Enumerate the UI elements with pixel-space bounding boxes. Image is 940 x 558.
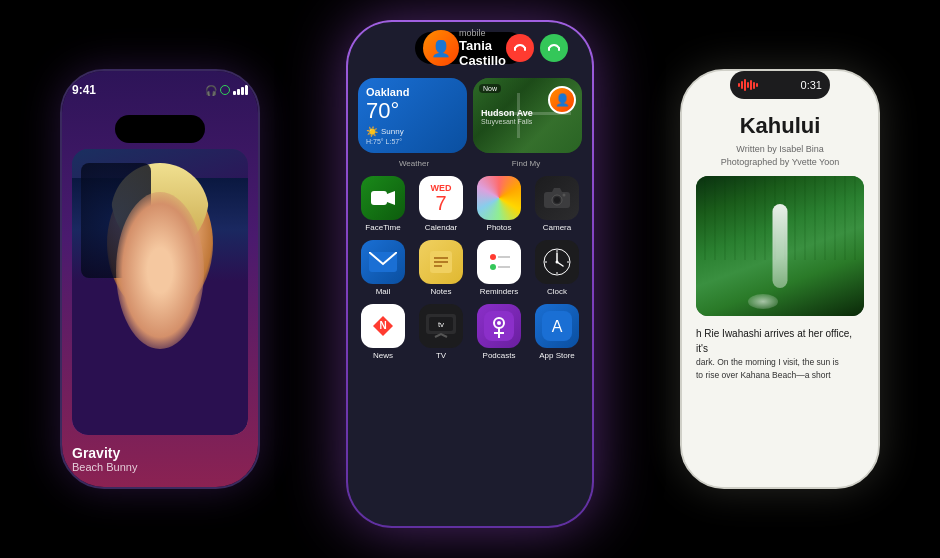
decline-icon: [514, 42, 526, 54]
reminders-svg: [484, 247, 514, 277]
appstore-svg: A: [542, 311, 572, 341]
news-app[interactable]: N News: [358, 304, 408, 360]
signal-bars: [233, 85, 248, 95]
cal-date-label: 7: [435, 193, 446, 213]
news-icon: N: [361, 304, 405, 348]
mail-icon: [361, 240, 405, 284]
svg-point-18: [490, 264, 496, 270]
call-info: mobile Tania Castillo: [459, 28, 506, 68]
music-artist: Beach Bunny: [72, 461, 248, 473]
appstore-app[interactable]: A App Store: [532, 304, 582, 360]
right-screen: 0:31 Kahului Written by Isabel Bina Phot…: [682, 71, 878, 487]
weather-condition: Sunny: [381, 127, 404, 136]
notes-svg: [428, 249, 454, 275]
tv-app[interactable]: tv TV: [416, 304, 466, 360]
facetime-app[interactable]: FaceTime: [358, 176, 408, 232]
caller-avatar: 👤: [423, 30, 459, 66]
svg-marker-7: [552, 188, 562, 192]
now-badge: Now: [479, 84, 501, 93]
svg-text:A: A: [552, 318, 563, 335]
camera-label: Camera: [543, 223, 571, 232]
location-sub: Stuyvesant Falls: [481, 118, 574, 125]
news-label: News: [373, 351, 393, 360]
notes-icon: [419, 240, 463, 284]
phones-container: 9:41 🎧: [0, 0, 940, 558]
weather-label: Weather: [358, 159, 470, 168]
right-timer: 0:31: [801, 79, 822, 91]
tv-svg: tv: [426, 314, 456, 338]
right-article: Kahului Written by Isabel Bina Photograp…: [682, 105, 878, 487]
weather-widget[interactable]: Oakland 70° ☀️ Sunny H:75° L:57°: [358, 78, 467, 153]
article-image: [696, 176, 864, 316]
accept-icon: [548, 42, 560, 54]
accept-call-button[interactable]: [540, 34, 568, 62]
article-text-highlight: h Rie Iwahashi arrives at her office, it…: [696, 326, 864, 356]
notes-label: Notes: [431, 287, 452, 296]
photos-app[interactable]: Photos: [474, 176, 524, 232]
photos-icon: [477, 176, 521, 220]
center-screen: 👤 mobile Tania Castillo: [348, 22, 592, 526]
reminders-label: Reminders: [480, 287, 519, 296]
left-screen: 9:41 🎧: [62, 71, 258, 487]
mail-label: Mail: [376, 287, 391, 296]
written-by: Written by Isabel Bina: [696, 143, 864, 156]
clock-app[interactable]: Clock: [532, 240, 582, 296]
facetime-icon: [361, 176, 405, 220]
call-type: mobile: [459, 28, 506, 38]
sun-icon: ☀️: [366, 126, 378, 137]
svg-rect-4: [371, 191, 387, 205]
podcasts-icon: [477, 304, 521, 348]
svg-point-36: [497, 321, 501, 325]
mail-app[interactable]: Mail: [358, 240, 408, 296]
weather-city: Oakland: [366, 86, 459, 98]
left-status-bar: 9:41 🎧: [72, 83, 248, 97]
airpods-icon: 🎧: [205, 85, 217, 96]
music-title: Gravity: [72, 445, 248, 461]
appstore-icon: A: [535, 304, 579, 348]
photos-label: Photos: [487, 223, 512, 232]
center-dynamic-island[interactable]: 👤 mobile Tania Castillo: [415, 32, 525, 64]
svg-point-24: [556, 261, 559, 264]
album-figure: [72, 149, 248, 435]
camera-svg: [544, 188, 570, 208]
svg-text:tv: tv: [438, 320, 444, 329]
widget-labels: Weather Find My: [348, 159, 592, 172]
photographed-by: Photographed by Yvette Yoon: [696, 156, 864, 169]
podcasts-app[interactable]: Podcasts: [474, 304, 524, 360]
podcasts-label: Podcasts: [483, 351, 516, 360]
caller-name: Tania Castillo: [459, 38, 506, 68]
calendar-icon: WED 7: [419, 176, 463, 220]
right-dynamic-island: 0:31: [730, 71, 830, 99]
news-svg: N: [368, 311, 398, 341]
clock-svg: [542, 247, 572, 277]
svg-marker-5: [387, 191, 395, 205]
album-art: [72, 149, 248, 435]
article-text-line2: to rise over Kahana Beach—a short: [696, 369, 864, 382]
camera-icon: [535, 176, 579, 220]
music-info: Gravity Beach Bunny: [72, 445, 248, 473]
left-dynamic-island: [115, 115, 205, 143]
left-time: 9:41: [72, 83, 96, 97]
article-location: Kahului: [696, 113, 864, 139]
right-phone: 0:31 Kahului Written by Isabel Bina Phot…: [680, 69, 880, 489]
calendar-app[interactable]: WED 7 Calendar: [416, 176, 466, 232]
article-text-line1: dark. On the morning I visit, the sun is: [696, 356, 864, 369]
camera-app[interactable]: Camera: [532, 176, 582, 232]
decline-call-button[interactable]: [506, 34, 534, 62]
call-buttons: [506, 34, 568, 62]
svg-text:N: N: [379, 320, 386, 331]
waterfall: [773, 204, 788, 288]
findmy-widget[interactable]: 👤 Now Hudson Ave Stuyvesant Falls: [473, 78, 582, 153]
weather-temp: 70°: [366, 98, 459, 124]
left-status-icons: 🎧: [205, 85, 248, 96]
notes-app[interactable]: Notes: [416, 240, 466, 296]
reminders-app[interactable]: Reminders: [474, 240, 524, 296]
widgets-row: Oakland 70° ☀️ Sunny H:75° L:57°: [348, 72, 592, 159]
svg-rect-16: [484, 247, 514, 277]
svg-point-9: [554, 197, 560, 203]
calendar-label: Calendar: [425, 223, 457, 232]
center-phone: 👤 mobile Tania Castillo: [348, 22, 592, 526]
mail-svg: [369, 252, 397, 272]
facetime-svg: [371, 189, 395, 207]
location-name: Hudson Ave: [481, 108, 574, 118]
